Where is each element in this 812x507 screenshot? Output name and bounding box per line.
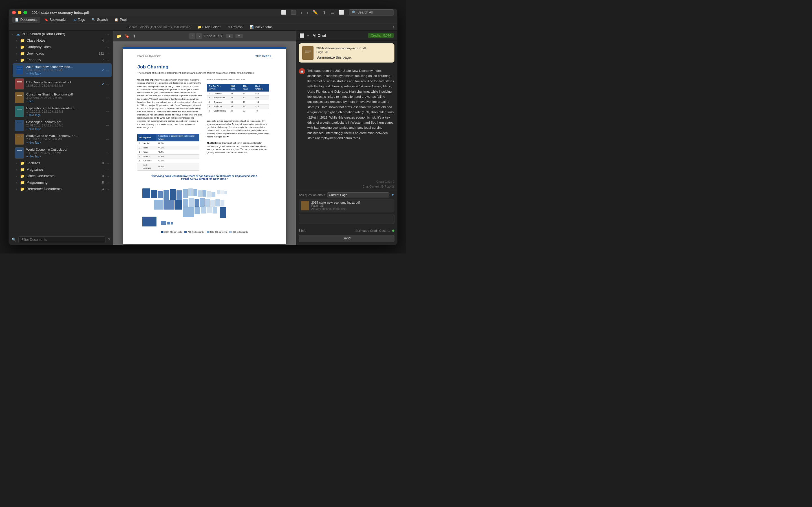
context-option: Current Page [329, 193, 347, 196]
doc-more-2[interactable]: ··· [106, 82, 109, 86]
economy-more[interactable]: ··· [105, 58, 109, 62]
pdf-search-label: PDF Search (iCloud Folder) [22, 32, 105, 36]
sidebar-item-reference[interactable]: › 📁 Reference Documents 4 ··· [10, 186, 112, 192]
doc-tag-1: + <No Tag> [26, 72, 100, 75]
sidebar-item-class-notes[interactable]: › 📁 Class Notes 4 ··· [10, 38, 112, 44]
page-prev-button[interactable]: ‹ [189, 33, 195, 39]
ai-panel-title: AI Chat [312, 33, 326, 38]
svg-rect-19 [158, 191, 163, 198]
reference-more[interactable]: ··· [105, 187, 109, 191]
filter-help-icon[interactable]: ? [108, 237, 110, 242]
sidebar-item-company-docs[interactable]: › 📁 Company Docs ··· [10, 44, 112, 50]
pdf-folder-icon[interactable]: 📁 [116, 34, 121, 38]
svg-rect-11 [16, 121, 23, 129]
doc-name-3: Consumer Sharing Economy.pdf [26, 93, 106, 96]
green-status-dot [392, 230, 395, 232]
tab-pool[interactable]: 📋 Pool [112, 17, 130, 23]
doc-thumb-5 [15, 120, 24, 131]
index-status-button[interactable]: 📊 Index Status [247, 24, 275, 30]
page-next-button[interactable]: › [196, 33, 202, 39]
info-circle-icon: ℹ [299, 229, 300, 232]
panel-toggle-icon[interactable]: ⬛ [291, 10, 296, 15]
send-button[interactable]: Send [299, 235, 395, 242]
pdf-share-icon[interactable]: ⬆ [133, 34, 136, 38]
refresh-button[interactable]: ↻ Refresh [224, 24, 245, 30]
edit-icon[interactable]: ✏️ [313, 10, 318, 15]
tab-bookmarks[interactable]: 🔖 Bookmarks [42, 17, 69, 23]
doc-item-6[interactable]: Study Guide of Man, Economy, an... 2.11.… [13, 132, 112, 146]
forward-nav-icon[interactable]: › [307, 10, 308, 15]
doc-more-3[interactable]: ··· [106, 96, 109, 100]
downloads-more[interactable]: ··· [105, 51, 109, 56]
sidebar-item-pdf-search[interactable]: ▾ ☁ PDF Search (iCloud Folder) ··· [10, 31, 112, 37]
share-icon[interactable]: ⬆ [322, 10, 326, 15]
minimize-button[interactable] [18, 11, 21, 14]
svg-rect-18 [151, 190, 157, 198]
sidebar-item-magazines[interactable]: › 📁 Magazines ··· [10, 166, 112, 173]
back-nav-icon[interactable]: ‹ [301, 10, 302, 15]
view-icon[interactable]: ⬜ [339, 10, 344, 15]
svg-rect-50 [142, 217, 156, 226]
ai-panel-plus-icon[interactable]: + [306, 33, 309, 38]
svg-rect-9 [16, 107, 23, 116]
class-notes-more[interactable]: ··· [105, 38, 109, 43]
tab-tags[interactable]: 🏷 Tags [70, 17, 88, 23]
list-icon[interactable]: ☰ [331, 10, 335, 15]
ai-doc-card-thumb [302, 46, 313, 60]
ai-text-input[interactable] [299, 214, 395, 224]
doc-item-5[interactable]: Passenger Economy.pdf 28.01.2018, 17:42:… [13, 119, 112, 132]
downloads-count: 132 [99, 52, 104, 55]
sort-icon[interactable]: ↕ [393, 25, 395, 29]
doc-thumb-3 [15, 92, 24, 103]
pdf-bookmark-icon[interactable]: 🔖 [124, 34, 130, 38]
tab-search-label: Search [97, 18, 108, 22]
sidebar-item-programming[interactable]: › 📁 Programming 5 ··· [10, 179, 112, 186]
page-up-button[interactable]: ▲ [226, 34, 233, 38]
doc-more-7[interactable]: ··· [106, 151, 109, 155]
sidebar-panel-icon[interactable]: ⬜ [299, 33, 304, 38]
close-button[interactable] [12, 11, 16, 14]
expand-arrow-company: › [16, 46, 20, 49]
doc-more-1[interactable]: ··· [106, 68, 109, 72]
pdf-content[interactable]: Economic Dynamism THE INDEX Job Churning… [113, 41, 296, 245]
estimated-cost-label: Estimated Credit Cost : 1 [356, 229, 390, 232]
doc-more-4[interactable]: ··· [106, 110, 109, 114]
search-box[interactable]: 🔍 Search All [349, 9, 394, 15]
sidebar-toggle-icon[interactable]: ⬜ [281, 10, 287, 15]
programming-more[interactable]: ··· [105, 180, 109, 185]
economy-count: 7 [102, 58, 104, 62]
doc-item-3[interactable]: Consumer Sharing Economy.pdf 3.02.2018, … [13, 91, 112, 105]
pdf-search-more[interactable]: ··· [105, 32, 109, 36]
tab-documents[interactable]: 📄 Documents [12, 17, 40, 23]
sidebar-item-office-docs[interactable]: › 📁 Office Documents 3 ··· [10, 173, 112, 179]
maximize-button[interactable] [23, 11, 27, 14]
office-docs-more[interactable]: ··· [105, 174, 109, 178]
page-label: Page 31 / 80 [204, 34, 223, 38]
sidebar-item-downloads[interactable]: › 📁 Downloads 132 ··· [10, 50, 112, 57]
sidebar-item-lectures[interactable]: › 📁 Lectures 3 ··· [10, 160, 112, 166]
doc-item-2[interactable]: BID Orange Economy Final.pdf 13.08.2017,… [13, 77, 112, 91]
svg-rect-43 [174, 200, 182, 210]
lectures-more[interactable]: ··· [105, 161, 109, 165]
programming-label: Programming [27, 180, 102, 184]
add-folder-button[interactable]: 📁+ Add Folder [195, 24, 223, 30]
doc-more-6[interactable]: ··· [106, 137, 109, 141]
page-down-button[interactable]: ▼ [236, 34, 243, 38]
doc-more-5[interactable]: ··· [106, 123, 109, 127]
doc-item-1[interactable]: 2014-state-new-economy-inde... 12.09.201… [13, 63, 112, 77]
info-button[interactable]: ℹ Info [299, 229, 306, 232]
attached-doc-name: 2014-state-new-economy-index.pdf [311, 201, 392, 204]
pdf-page: Economic Dynamism THE INDEX Job Churning… [123, 47, 286, 244]
doc-item-7[interactable]: World Economic Outlook.pdf 1.11.2017, 21… [13, 146, 112, 160]
sidebar-item-economy[interactable]: ▾ 📁 Economy 7 ··· [10, 57, 112, 63]
magazines-more[interactable]: ··· [105, 167, 109, 172]
tab-search[interactable]: 🔍 Search [89, 17, 110, 23]
context-select[interactable]: Current Page [327, 192, 390, 198]
expand-arrow-reference: › [16, 187, 20, 191]
expand-arrow-magazines: › [16, 168, 20, 171]
pdf-quote: "Surviving firms less than five years of… [137, 175, 271, 180]
company-docs-more[interactable]: ··· [105, 45, 109, 49]
doc-item-4[interactable]: Explorations_TheTransparentEco... 14.10.… [13, 105, 112, 118]
filter-input[interactable] [18, 236, 105, 243]
pdf-subtitle: The number of business establishment sta… [137, 71, 271, 74]
